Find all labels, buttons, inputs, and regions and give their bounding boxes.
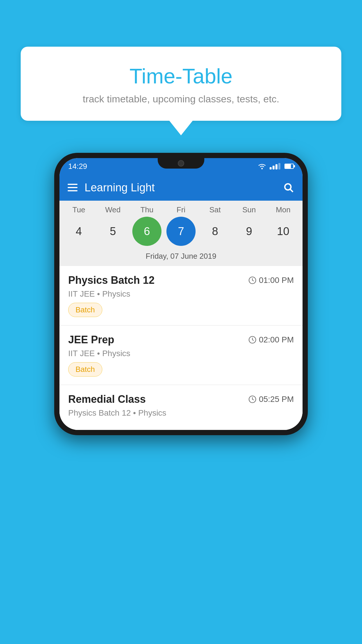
batch-badge-1: Batch — [68, 303, 102, 317]
class-card-top-1: Physics Batch 12 01:00 PM — [68, 274, 294, 286]
batch-badge-2: Batch — [68, 362, 102, 377]
svg-line-2 — [290, 189, 293, 192]
day-9[interactable]: 9 — [235, 217, 264, 246]
phone-screen: 14:29 — [59, 158, 303, 430]
app-bar: Learning Light — [59, 174, 303, 201]
class-name-3: Remedial Class — [68, 393, 146, 405]
clock-icon-2 — [248, 336, 256, 344]
day-5[interactable]: 5 — [98, 217, 127, 246]
search-button[interactable] — [283, 182, 294, 193]
bubble-subtitle: track timetable, upcoming classes, tests… — [38, 93, 324, 105]
day-numbers: 4 5 6 7 8 9 10 — [59, 214, 303, 250]
app-title: Learning Light — [85, 181, 283, 194]
phone-notch — [158, 158, 204, 169]
search-icon — [283, 182, 294, 193]
class-time-1: 01:00 PM — [248, 276, 294, 285]
class-card-top-2: JEE Prep 02:00 PM — [68, 334, 294, 346]
day-header-thu: Thu — [132, 205, 161, 214]
wifi-icon — [257, 163, 267, 169]
status-time: 14:29 — [68, 162, 87, 171]
clock-icon-3 — [248, 395, 256, 403]
battery-icon — [284, 164, 294, 169]
phone-outer: 14:29 — [54, 153, 308, 435]
class-name-1: Physics Batch 12 — [68, 274, 154, 286]
speech-bubble: Time-Table track timetable, upcoming cla… — [21, 47, 341, 121]
day-headers: Tue Wed Thu Fri Sat Sun Mon — [59, 205, 303, 214]
class-time-label-1: 01:00 PM — [259, 276, 294, 285]
classes-list: Physics Batch 12 01:00 PM IIT JEE • Phys… — [59, 266, 303, 430]
speech-bubble-tail — [169, 121, 193, 135]
signal-bars-icon — [270, 163, 280, 169]
phone-mockup: 14:29 — [54, 153, 308, 435]
class-meta-2: IIT JEE • Physics — [68, 349, 294, 358]
day-header-sun: Sun — [235, 205, 264, 214]
class-meta-1: IIT JEE • Physics — [68, 289, 294, 299]
day-header-tue: Tue — [64, 205, 93, 214]
day-10[interactable]: 10 — [268, 217, 298, 246]
day-8[interactable]: 8 — [201, 217, 230, 246]
calendar-strip: Tue Wed Thu Fri Sat Sun Mon 4 5 6 7 8 9 … — [59, 201, 303, 266]
class-time-2: 02:00 PM — [248, 335, 294, 344]
class-name-2: JEE Prep — [68, 334, 114, 346]
day-7-selected[interactable]: 7 — [166, 217, 196, 246]
class-card-3[interactable]: Remedial Class 05:25 PM Physics Batch 12… — [59, 385, 303, 430]
class-time-label-2: 02:00 PM — [259, 335, 294, 344]
class-time-label-3: 05:25 PM — [259, 395, 294, 404]
speech-bubble-container: Time-Table track timetable, upcoming cla… — [21, 47, 341, 135]
phone-camera — [178, 160, 184, 167]
class-card-1[interactable]: Physics Batch 12 01:00 PM IIT JEE • Phys… — [59, 266, 303, 326]
day-6-today[interactable]: 6 — [132, 217, 161, 246]
day-header-fri: Fri — [166, 205, 196, 214]
day-header-wed: Wed — [98, 205, 127, 214]
svg-point-0 — [261, 168, 263, 169]
day-header-mon: Mon — [268, 205, 298, 214]
selected-date-label: Friday, 07 June 2019 — [59, 250, 303, 266]
hamburger-menu-icon[interactable] — [68, 184, 78, 191]
class-time-3: 05:25 PM — [248, 395, 294, 404]
svg-point-1 — [285, 184, 291, 190]
day-4[interactable]: 4 — [64, 217, 93, 246]
class-meta-3: Physics Batch 12 • Physics — [68, 408, 294, 418]
day-header-sat: Sat — [201, 205, 230, 214]
class-card-top-3: Remedial Class 05:25 PM — [68, 393, 294, 405]
clock-icon-1 — [248, 276, 256, 284]
bubble-title: Time-Table — [38, 64, 324, 88]
class-card-2[interactable]: JEE Prep 02:00 PM IIT JEE • Physics Batc… — [59, 326, 303, 385]
status-icons — [257, 163, 294, 169]
